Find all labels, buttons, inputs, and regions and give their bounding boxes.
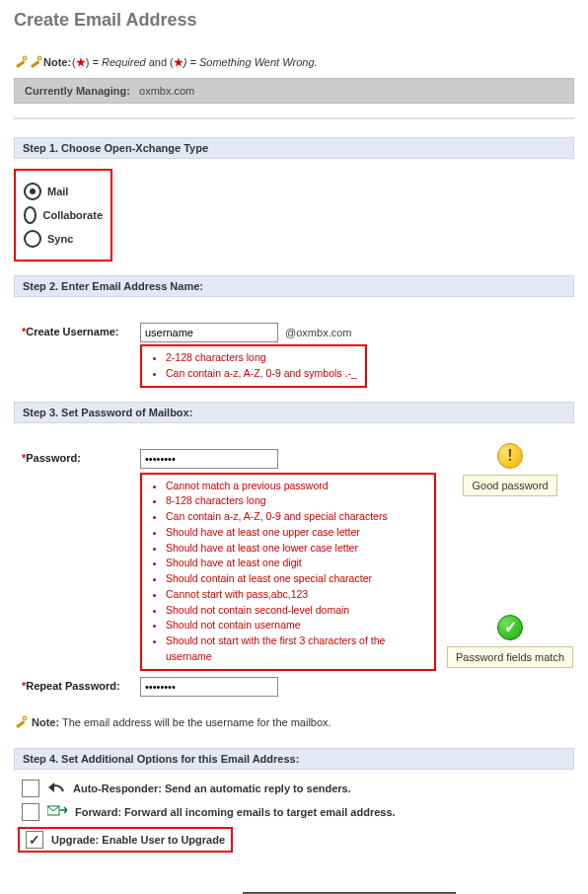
rule-item: 8-128 characters long [166, 493, 426, 509]
managing-domain: oxmbx.com [139, 85, 194, 97]
username-input[interactable] [140, 323, 278, 342]
svg-rect-4 [16, 720, 25, 728]
username-rules: 2-128 characters long Can contain a-z, A… [140, 344, 367, 388]
checkbox-icon [26, 831, 43, 849]
rule-item: Cannot match a previous password [166, 479, 426, 494]
option-label: Forward: Forward all incoming emails to … [75, 806, 396, 818]
option-label: Upgrade: Enable User to Upgrade [51, 834, 225, 846]
radio-label: Mail [47, 186, 68, 197]
wand-icon [14, 714, 28, 730]
radio-icon [24, 230, 41, 248]
radio-label: Sync [47, 233, 73, 245]
repeat-password-input[interactable] [140, 677, 278, 697]
rule-item: Can contain a-z, A-Z, 0-9 and symbols .-… [166, 366, 357, 382]
rule-item: Should not start with the first 3 charac… [166, 633, 426, 665]
rule-item: Should have at least one lower case lett… [166, 541, 426, 557]
step2-header: Step 2. Enter Email Address Name: [14, 275, 574, 297]
step4-header: Step 4. Set Additional Options for this … [14, 748, 574, 770]
step3-header: Step 3. Set Password of Mailbox: [14, 402, 574, 423]
note-text: The email address will be the username f… [59, 716, 331, 728]
checkbox-icon [22, 803, 39, 821]
wand-icon [29, 54, 42, 70]
option-upgrade[interactable]: Upgrade: Enable User to Upgrade [26, 831, 225, 849]
radio-label: Collaborate [42, 209, 103, 221]
note-label: Note: [32, 716, 59, 728]
good-password-tooltip: Good password [463, 475, 556, 496]
divider [14, 117, 574, 119]
option-forward[interactable]: Forward: Forward all incoming emails to … [22, 803, 574, 821]
create-username-label: *Create Username: [22, 323, 140, 337]
rule-item: Should have at least one digit [166, 556, 426, 571]
repeat-password-row: *Repeat Password: [22, 677, 436, 697]
radio-sync[interactable]: Sync [24, 230, 103, 248]
create-username-row: *Create Username: @oxmbx.com 2-128 chara… [22, 323, 574, 388]
svg-rect-2 [31, 60, 39, 68]
svg-rect-0 [16, 60, 25, 68]
radio-icon [24, 206, 37, 224]
warning-icon: ! [497, 443, 523, 469]
password-input[interactable] [140, 449, 278, 469]
managing-label: Currently Managing: [25, 85, 130, 97]
envelope-forward-icon [47, 805, 67, 819]
repeat-password-label: *Repeat Password: [22, 677, 140, 692]
radio-icon [24, 183, 41, 200]
step1-header: Step 1. Choose Open-Xchange Type [14, 137, 574, 159]
password-match-tooltip: Password fields match [447, 646, 573, 668]
check-icon: ✓ [497, 615, 523, 640]
note-text: (★) = Required and (★) = Something Went … [72, 56, 318, 69]
svg-point-3 [37, 56, 41, 60]
rule-item: Should not contain username [166, 618, 426, 633]
page-title: Create Email Address [14, 10, 574, 31]
currently-managing-bar: Currently Managing: oxmbx.com [14, 78, 574, 104]
radio-collaborate[interactable]: Collaborate [24, 206, 103, 224]
checkbox-icon [22, 780, 39, 797]
rule-item: Should not contain second-level domain [166, 603, 426, 619]
wand-icon [14, 54, 28, 70]
password-row: *Password: Cannot match a previous passw… [22, 449, 436, 671]
step1-highlight: Mail Collaborate Sync [14, 169, 112, 261]
option-label: Auto-Responder: Send an automatic reply … [73, 782, 351, 794]
rule-item: Cannot start with pass,abc,123 [166, 587, 426, 603]
svg-point-5 [23, 716, 27, 720]
reply-icon [47, 782, 65, 795]
option-auto-responder[interactable]: Auto-Responder: Send an automatic reply … [22, 780, 574, 797]
rule-item: Should contain at least one special char… [166, 571, 426, 587]
note-required-wrong: Note: (★) = Required and (★) = Something… [14, 54, 574, 70]
note-username-mailbox: Note: The email address will be the user… [14, 714, 574, 730]
password-label: *Password: [22, 449, 140, 464]
radio-mail[interactable]: Mail [24, 183, 103, 200]
password-rules: Cannot match a previous password 8-128 c… [140, 473, 436, 671]
note-label: Note: [43, 56, 71, 68]
rule-item: Should have at least one upper case lett… [166, 525, 426, 541]
domain-suffix: @oxmbx.com [285, 327, 351, 338]
upgrade-highlight: Upgrade: Enable User to Upgrade [18, 827, 233, 853]
rule-item: 2-128 characters long [166, 350, 357, 366]
rule-item: Can contain a-z, A-Z, 0-9 and special ch… [166, 509, 426, 525]
svg-point-1 [23, 56, 27, 60]
